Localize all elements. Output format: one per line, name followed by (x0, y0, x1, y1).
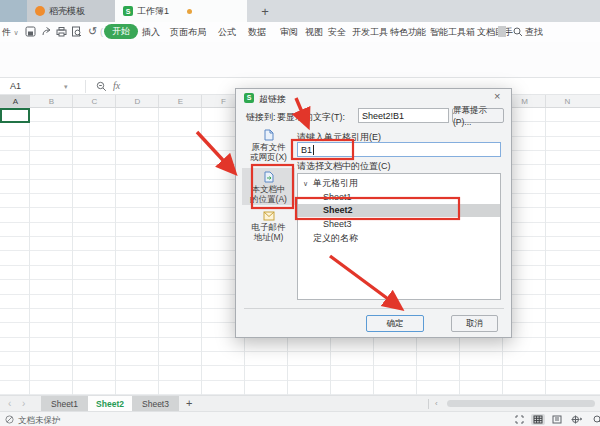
print-icon[interactable] (56, 26, 67, 37)
dialog-separator (244, 308, 504, 309)
this-document-icon (263, 171, 275, 183)
hyperlink-dialog: S 超链接 × 链接到: 要显示的文字(T): Sheet2!B1 屏幕提示(P… (235, 88, 512, 338)
sheet-tab-sheet2[interactable]: Sheet2 (88, 396, 132, 412)
fx-icon[interactable]: fx (113, 80, 120, 91)
search-icon[interactable] (513, 27, 523, 37)
ok-button[interactable]: 确定 (366, 315, 424, 332)
wps-spreadsheet-window: 稻壳模板 S 工作簿1 + 件 ∨ ↺ ( 开始 插入 页面布局 公式 数据 审… (0, 0, 600, 426)
scroll-left-icon[interactable]: ‹ (435, 399, 438, 408)
page-break-preview-icon[interactable] (569, 414, 583, 425)
menu-review[interactable]: 审阅 (280, 26, 298, 39)
name-box-dropdown-icon[interactable]: ▾ (64, 82, 68, 92)
link-to-label: 链接到: (246, 111, 276, 124)
file-menu[interactable]: 件 ∨ (2, 26, 19, 39)
close-icon[interactable]: × (494, 90, 500, 102)
status-bar: 文档未保护 (0, 411, 600, 426)
email-icon (263, 211, 275, 221)
selected-cell-a1[interactable] (0, 108, 30, 123)
export-icon[interactable] (41, 26, 52, 37)
page-layout-view-icon[interactable] (550, 414, 564, 425)
chevron-down-icon[interactable]: ∨ (303, 177, 308, 190)
add-sheet-button[interactable]: + (186, 397, 192, 409)
menu-doc-assistant[interactable]: 文档助手 (477, 26, 513, 39)
titlebar: 稻壳模板 S 工作簿1 + (0, 0, 600, 22)
position-label: 请选择文档中的位置(C) (297, 160, 391, 173)
toolbar: 剪切 复制 格式刷 宋体▾ 11▾ Aˆ Aˇ B I U ▾ ▾ A ▾ ▾ (0, 42, 600, 78)
horizontal-scrollbar[interactable] (447, 400, 595, 407)
tree-item-defined-names[interactable]: 定义的名称 (298, 232, 500, 245)
normal-view-icon[interactable] (531, 414, 545, 425)
tab-workbook1-label: 工作簿1 (137, 5, 169, 18)
menubar: 件 ∨ ↺ ( 开始 插入 页面布局 公式 数据 审阅 视图 安全 开发工具 特… (0, 22, 600, 42)
text-cursor (313, 145, 314, 155)
nav-right-icon[interactable]: › (22, 398, 25, 409)
sidebar-item-existing-file[interactable]: 原有文件或网页(X) (244, 129, 293, 162)
menu-dev-tools[interactable]: 开发工具 (352, 26, 388, 39)
menu-insert[interactable]: 插入 (142, 26, 160, 39)
cell-ref-input[interactable]: B1 (297, 142, 501, 157)
undo-icon[interactable]: ↺ (88, 26, 97, 36)
zoom-control-icon[interactable] (590, 414, 600, 425)
sidebar-item-email[interactable]: 电子邮件地址(M) (244, 211, 293, 242)
menu-special-features[interactable]: 特色功能 (390, 26, 426, 39)
wps-sheet-icon: S (123, 6, 133, 16)
plus-icon: + (261, 4, 269, 19)
sheet-tab-sheet3[interactable]: Sheet3 (132, 396, 179, 412)
print-preview-icon[interactable] (71, 26, 82, 37)
fullscreen-view-icon[interactable] (512, 414, 526, 425)
nav-left-icon[interactable]: ‹ (8, 398, 11, 409)
display-text-input[interactable]: Sheet2!B1 (358, 108, 449, 123)
protection-icon (5, 415, 14, 424)
menu-security[interactable]: 安全 (328, 26, 346, 39)
sheet-tab-sheet1[interactable]: Sheet1 (41, 396, 88, 412)
dialog-title: 超链接 (259, 93, 286, 106)
protection-status-text: 文档未保护 (18, 415, 61, 426)
menu-home[interactable]: 开始 (104, 24, 138, 39)
tab-workbook1[interactable]: S 工作簿1 (115, 0, 247, 22)
sidebar-item-this-document[interactable]: 本文档中的位置(A) (244, 171, 293, 204)
cancel-button[interactable]: 取消 (451, 315, 498, 332)
unsaved-dot-icon (187, 9, 192, 14)
docer-icon (35, 6, 45, 16)
dialog-sheet-icon: S (244, 93, 254, 103)
menu-page-layout[interactable]: 页面布局 (170, 26, 206, 39)
doc-assistant-dropdown[interactable] (498, 26, 506, 37)
new-tab-button[interactable]: + (252, 0, 278, 22)
sheet-tab-bar: ‹ › Sheet1 Sheet2 Sheet3 + ‹ (0, 395, 600, 411)
tree-item-sheet1[interactable]: Sheet1 (298, 191, 500, 204)
screen-tip-button[interactable]: 屏幕提示(P)... (452, 108, 504, 123)
menu-view[interactable]: 视图 (305, 26, 323, 39)
menu-data[interactable]: 数据 (248, 26, 266, 39)
tree-item-sheet3[interactable]: Sheet3 (298, 218, 500, 231)
position-listbox[interactable]: ∨ 单元格引用 Sheet1 Sheet2 Sheet3 定义的名称 (297, 173, 501, 300)
tab-docer-template[interactable]: 稻壳模板 (27, 0, 115, 22)
search-label[interactable]: 查找 (525, 26, 543, 39)
app-corner (0, 0, 27, 22)
name-box[interactable]: A1 (10, 81, 21, 92)
display-text-label: 要显示的文字(T): (277, 111, 345, 124)
tree-root-cell-reference[interactable]: ∨ 单元格引用 (298, 177, 500, 190)
menu-formulas[interactable]: 公式 (218, 26, 236, 39)
save-icon[interactable] (25, 26, 36, 37)
tree-item-sheet2-selected[interactable]: Sheet2 (298, 204, 500, 217)
file-web-icon (263, 129, 275, 141)
tab-docer-label: 稻壳模板 (49, 5, 85, 18)
insert-function-search-icon[interactable] (96, 81, 107, 92)
menu-smart-toolbox[interactable]: 智能工具箱 (430, 26, 475, 39)
